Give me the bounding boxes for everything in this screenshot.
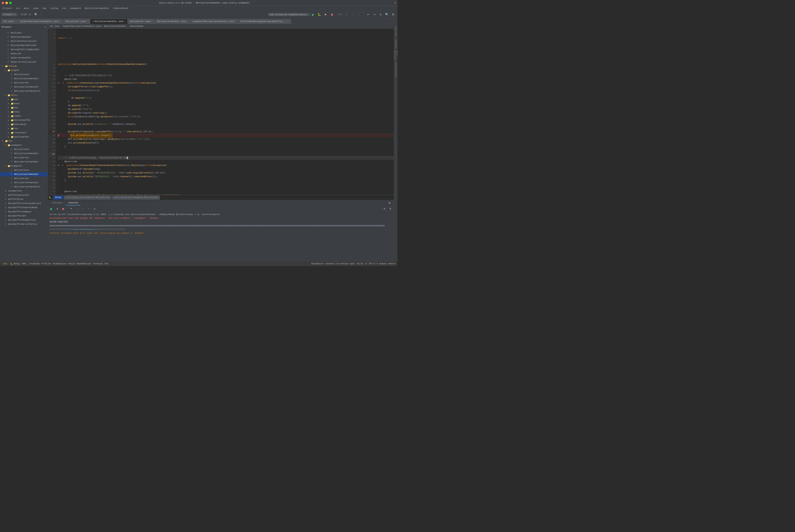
tree-e3-NettyServer[interactable]: C NettyServer bbox=[0, 176, 48, 180]
tree-t-NettyClient[interactable]: C NettyClient bbox=[0, 72, 48, 77]
tree-t-NettyServerHandler2[interactable]: C NettyServerHandler2 bbox=[0, 89, 48, 93]
debug-settings-btn[interactable]: ⚙ bbox=[387, 201, 392, 206]
session-tab-server[interactable]: com.tuling.nio.example1.NettyServer bbox=[64, 195, 112, 200]
tree-bio[interactable]: ▶ 📁 bio bbox=[0, 106, 48, 110]
file-tab-7[interactable]: DefaultMaxMessagesRecvByteBufAlloc... × bbox=[238, 19, 291, 24]
file-tab-4[interactable]: NettyServer.java × bbox=[128, 19, 154, 24]
minimize-button[interactable] bbox=[5, 2, 8, 4]
tree-MyClientHandler[interactable]: C MyClientHandler bbox=[0, 35, 48, 39]
close-tab-1[interactable]: × bbox=[59, 20, 61, 23]
run-config[interactable]: com.tuling.nio.example1.NettyClient ▾ bbox=[268, 13, 310, 16]
tree-ByteBufferReaderFile[interactable]: C ByteBufferReaderFile bbox=[0, 218, 48, 222]
menu-src[interactable]: src bbox=[14, 7, 22, 10]
status-build[interactable]: Build bbox=[69, 263, 75, 265]
file-tab-6[interactable]: example3/NettyServerHandler2.java × bbox=[190, 19, 238, 24]
menu-main[interactable]: main bbox=[22, 7, 31, 10]
tree-BufferDuplicate[interactable]: C BufferDuplicate bbox=[0, 193, 48, 197]
tree-tuling[interactable]: ▼ 📁 tuling bbox=[0, 64, 48, 68]
settings-btn[interactable]: ⚙ bbox=[390, 12, 396, 17]
code-content[interactable]: import ...; public class NettyClientHand… bbox=[56, 29, 394, 195]
tree-e1-NettyClientHandler[interactable]: C NettyClientHandler bbox=[0, 151, 48, 156]
file-tab-0[interactable]: nel.java × bbox=[1, 19, 17, 24]
maximize-button[interactable] bbox=[9, 2, 12, 4]
tree-AcceptTest[interactable]: C AcceptTest bbox=[0, 189, 48, 193]
menu-nio[interactable]: nio bbox=[60, 7, 68, 10]
tree-e1-NettyClient[interactable]: C NettyClient bbox=[0, 147, 48, 151]
close-tab-5[interactable]: × bbox=[186, 20, 188, 23]
tab-console[interactable]: Console bbox=[66, 201, 80, 206]
tree-MyClient[interactable]: C MyClient bbox=[0, 31, 48, 35]
menu-com[interactable]: com bbox=[41, 7, 48, 10]
session-tab-debug[interactable]: Debug bbox=[53, 195, 63, 200]
debug-scroll-end-btn[interactable]: ⬇ bbox=[388, 206, 393, 211]
inspect-btn[interactable]: 🔍 bbox=[33, 12, 39, 17]
coverage-button[interactable]: ▶̈ bbox=[323, 12, 328, 17]
tree-nio[interactable]: ▼ 📁 nio bbox=[0, 139, 48, 143]
tree-base[interactable]: ▶ 📁 base bbox=[0, 101, 48, 106]
tree-e3-NettyClient[interactable]: C NettyClient bbox=[0, 168, 48, 172]
status-position[interactable]: 33:33 bbox=[357, 263, 363, 265]
debug-step-into-btn[interactable]: ↓ bbox=[74, 206, 80, 211]
status-branch[interactable]: master bbox=[388, 263, 396, 265]
menu-tuling[interactable]: tuling bbox=[49, 7, 60, 10]
menu-java[interactable]: java bbox=[31, 7, 40, 10]
tree-directbuffer[interactable]: ▶ 📁 directbuffer bbox=[0, 118, 48, 122]
status-dependencies[interactable]: Dependencies bbox=[76, 263, 91, 265]
tree-t-NettyServer[interactable]: C NettyServer bbox=[0, 81, 48, 85]
file-tab-3[interactable]: ● NettyClientHandler.java × bbox=[90, 19, 128, 24]
panel-notifications[interactable]: Notifications bbox=[394, 64, 398, 76]
close-tab-7[interactable]: × bbox=[288, 20, 289, 23]
tree-MyServerInitializer[interactable]: C MyServerInitializer bbox=[0, 60, 48, 64]
tree-MyServer[interactable]: C MyServer bbox=[0, 52, 48, 56]
status-encoding[interactable]: UTF-8 bbox=[369, 263, 375, 265]
file-tab-2[interactable]: NettyClient.java × bbox=[63, 19, 90, 24]
tree-heartbeat[interactable]: ▶ 📁 heartbeat bbox=[0, 122, 48, 127]
status-problems[interactable]: ⚠ Problems bbox=[28, 263, 40, 265]
tree-ByteBufferCompact[interactable]: C ByteBufferCompact bbox=[0, 210, 48, 214]
debug-run-to-cursor-btn[interactable]: → bbox=[86, 206, 91, 211]
tree-e3-NettyServerHandler[interactable]: C NettyServerHandler bbox=[0, 180, 48, 185]
format-btn[interactable]: ⌥⇧F bbox=[21, 12, 26, 17]
tree-reconnect[interactable]: ▶ 📁 reconnect bbox=[0, 131, 48, 135]
close-tab-2[interactable]: × bbox=[86, 20, 88, 23]
menu-example3[interactable]: example3 bbox=[68, 7, 82, 10]
debug-pause-btn[interactable]: ⏸ bbox=[55, 206, 60, 211]
tree-example1[interactable]: ▼ 📁 example1 bbox=[0, 143, 48, 147]
panel-favorites[interactable]: Favorites bbox=[394, 25, 398, 37]
tree-nio-inner[interactable]: ▶ 📁 nio bbox=[0, 127, 48, 131]
debug-clear-btn[interactable]: ⊘ bbox=[382, 206, 387, 211]
align-btn[interactable]: ≡ bbox=[27, 12, 33, 17]
status-todo[interactable]: TODO bbox=[21, 263, 26, 265]
tree-ByteBufferAllocateDirect[interactable]: C ByteBufferAllocateDirect bbox=[0, 201, 48, 206]
stop-button[interactable]: ⏹ bbox=[329, 12, 335, 17]
panel-mymodule[interactable]: Mymodule bbox=[394, 38, 398, 50]
translate-btn[interactable]: A bbox=[378, 12, 383, 17]
redo-btn[interactable]: ↪ bbox=[372, 12, 377, 17]
tree-e3-NettyServerHandler2[interactable]: C NettyServerHandler2 bbox=[0, 185, 48, 189]
tab-debugger[interactable]: Debugger bbox=[50, 201, 66, 206]
sidebar-gear[interactable]: ⚙ bbox=[44, 25, 46, 28]
status-run[interactable]: Run bbox=[105, 263, 108, 265]
debug-console-output[interactable]: 14:41:19.277 [nioEventLoopGroup-3-1] INF… bbox=[48, 212, 394, 262]
tree-codec[interactable]: ▶ 📁 codec bbox=[0, 114, 48, 118]
undo-btn[interactable]: ↩ bbox=[366, 12, 371, 17]
tree-e1-NettyServer[interactable]: C NettyServer bbox=[0, 156, 48, 160]
status-debug[interactable]: 🐛 Debug bbox=[10, 263, 20, 265]
menu-channelread[interactable]: channelRead bbox=[112, 7, 130, 10]
tree-t-NettyServerHandler[interactable]: C NettyServerHandler bbox=[0, 85, 48, 89]
tree-BufferSlice[interactable]: C BufferSlice bbox=[0, 197, 48, 201]
tree-MyClientInitializer[interactable]: C MyClientInitializer bbox=[0, 39, 48, 43]
panel-restservices[interactable]: Rest Services bbox=[394, 51, 398, 63]
close-tab-4[interactable]: × bbox=[151, 20, 152, 23]
tree-chat[interactable]: ▶ 📁 chat bbox=[0, 110, 48, 114]
status-breakpoints[interactable]: Breakpoints bbox=[53, 263, 67, 265]
tree-length[interactable]: ▼ 📁 length bbox=[0, 68, 48, 72]
debug-evaluate-btn[interactable]: ≡ bbox=[92, 206, 97, 211]
tree-ByteBufferChannelRead[interactable]: C ByteBufferChannelRead bbox=[0, 206, 48, 210]
close-tab-3[interactable]: × bbox=[124, 20, 125, 23]
tree-t-NettyClientHandler[interactable]: C NettyClientHandler bbox=[0, 77, 48, 81]
debug-resume-btn[interactable]: ▶ bbox=[49, 206, 54, 211]
run-button[interactable]: ▶ bbox=[311, 12, 316, 17]
status-git[interactable]: ⑂ Git: bbox=[2, 263, 8, 265]
tree-MyServerHandler[interactable]: C MyServerHandler bbox=[0, 56, 48, 60]
